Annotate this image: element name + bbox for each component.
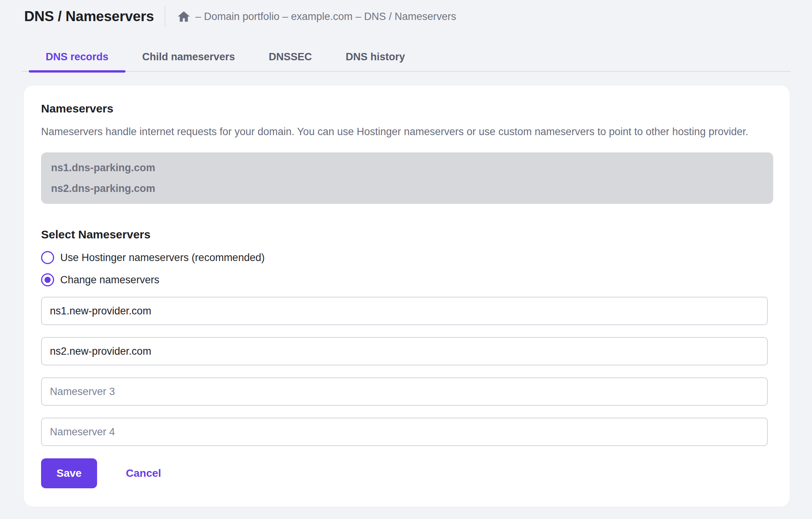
tab-child-nameservers[interactable]: Child nameservers	[125, 27, 252, 71]
nameserver-2-input[interactable]	[41, 337, 768, 365]
home-icon[interactable]	[177, 10, 191, 23]
tab-dns-records[interactable]: DNS records	[29, 27, 125, 71]
radio-use-hostinger-nameservers[interactable]: Use Hostinger nameservers (recommended)	[41, 251, 773, 264]
radio-label: Use Hostinger nameservers (recommended)	[60, 252, 265, 264]
radio-label: Change nameservers	[60, 274, 159, 286]
nameservers-heading: Nameservers	[41, 102, 773, 116]
tab-bar: DNS records Child nameservers DNSSEC DNS…	[22, 27, 791, 72]
nameserver-3-input[interactable]	[41, 377, 768, 406]
page-header: DNS / Nameservers – Domain portfolio – e…	[0, 0, 812, 27]
cancel-button[interactable]: Cancel	[126, 467, 161, 479]
header-divider	[165, 6, 165, 27]
breadcrumb: – Domain portfolio – example.com – DNS /…	[195, 11, 456, 23]
tab-dns-history[interactable]: DNS history	[329, 27, 422, 71]
actions-row: Save Cancel	[41, 458, 773, 488]
nameservers-description: Nameservers handle internet requests for…	[41, 125, 773, 139]
save-button[interactable]: Save	[41, 458, 97, 488]
radio-change-nameservers[interactable]: Change nameservers	[41, 273, 773, 287]
radio-circle-icon	[41, 273, 54, 286]
radio-circle-icon	[41, 251, 54, 264]
current-nameservers-box: ns1.dns-parking.com ns2.dns-parking.com	[41, 152, 773, 204]
nameserver-1-input[interactable]	[41, 297, 768, 325]
nameservers-card: Nameservers Nameservers handle internet …	[24, 86, 790, 507]
current-nameserver-2: ns2.dns-parking.com	[51, 181, 763, 196]
tab-dnssec[interactable]: DNSSEC	[252, 27, 329, 71]
page-title: DNS / Nameservers	[24, 8, 154, 25]
nameserver-4-input[interactable]	[41, 418, 768, 446]
select-nameservers-heading: Select Nameservers	[41, 228, 773, 241]
nameserver-radio-group: Use Hostinger nameservers (recommended) …	[41, 251, 773, 287]
current-nameserver-1: ns1.dns-parking.com	[51, 160, 763, 175]
